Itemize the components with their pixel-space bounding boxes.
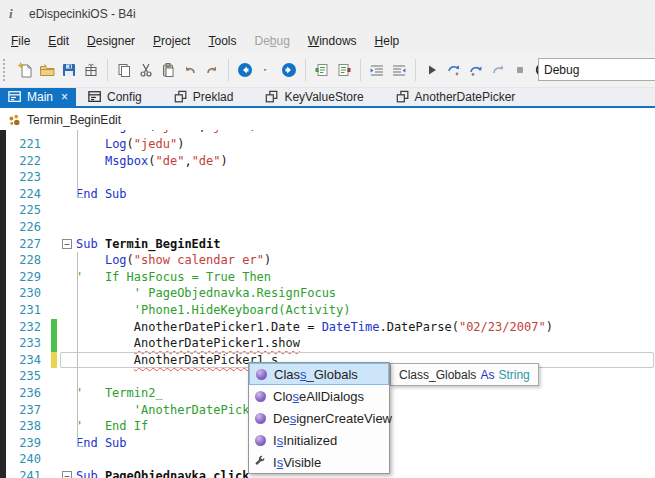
autocomplete-item-class_globals[interactable]: Class_Globals	[249, 363, 389, 385]
comment-button[interactable]	[311, 59, 333, 81]
indent-button[interactable]	[366, 59, 388, 81]
step-over-button[interactable]	[465, 59, 487, 81]
autocomplete-item-closealldialogs[interactable]: CloseAllDialogs	[249, 385, 389, 407]
run-button[interactable]	[421, 59, 443, 81]
cut-button[interactable]	[135, 59, 157, 81]
code-line[interactable]: 227−Sub Termin_BeginEdit	[6, 236, 655, 253]
code-text: Msgbox("de","de")	[76, 153, 655, 170]
code-line[interactable]: 228 Log("show calendar er")	[6, 252, 655, 269]
autocomplete-label: DesignerCreateView	[273, 411, 392, 426]
code-line[interactable]: 224End Sub	[6, 186, 655, 203]
code-token	[98, 469, 105, 478]
line-number: 233	[6, 335, 50, 352]
line-number: 222	[6, 153, 50, 170]
code-line[interactable]: 222 Msgbox("de","de")	[6, 153, 655, 170]
toolbar-group	[232, 59, 302, 81]
menu-designer[interactable]: Designer	[78, 30, 144, 52]
code-line[interactable]: 231 'Phone1.HideKeyboard(Activity)	[6, 302, 655, 319]
code-token: "show calendar er"	[134, 253, 264, 267]
code-text: AnotherDatePicker1.Date = DateTime.DateP…	[76, 319, 655, 336]
code-line[interactable]: 229' If HasFocus = True Then	[6, 269, 655, 286]
code-line[interactable]: 226	[6, 219, 655, 236]
code-token: (	[148, 130, 155, 133]
code-text: ' PageObjednavka.ResignFocus	[76, 285, 655, 302]
new-project-button[interactable]	[14, 59, 36, 81]
nav-back-menu-button[interactable]	[256, 59, 278, 81]
tab-preklad[interactable]: Preklad	[166, 88, 242, 106]
outdent-button[interactable]	[388, 59, 410, 81]
export-zip-button[interactable]	[80, 59, 102, 81]
menu-windows[interactable]: Windows	[299, 30, 366, 52]
autocomplete-item-isinitialized[interactable]: IsInitialized	[249, 429, 389, 451]
code-token: )	[177, 137, 184, 151]
code-line[interactable]: 232 AnotherDatePicker1.Date = DateTime.D…	[6, 319, 655, 336]
fold-column	[60, 153, 76, 170]
step-into-button[interactable]	[443, 59, 465, 81]
nav-back-icon	[237, 62, 253, 78]
undo-button[interactable]	[179, 59, 201, 81]
code-token: ' Termin2_	[76, 386, 163, 400]
paste-button[interactable]	[157, 59, 179, 81]
code-line[interactable]: 233 AnotherDatePicker1.show	[6, 335, 655, 352]
change-bar-column	[50, 252, 60, 269]
menu-help[interactable]: Help	[366, 30, 409, 52]
change-bar-column	[50, 153, 60, 170]
build-configuration-select[interactable]: Debug	[538, 58, 655, 81]
stop-button[interactable]	[509, 59, 531, 81]
code-token: DateTime	[322, 320, 380, 334]
redo-button[interactable]	[201, 59, 223, 81]
uncomment-button[interactable]	[333, 59, 355, 81]
code-token: 'Phone1.HideKeyboard(Activity)	[76, 303, 351, 317]
nav-back-button[interactable]	[234, 59, 256, 81]
fold-column	[60, 352, 76, 369]
new-file-icon	[17, 62, 33, 78]
method-icon	[253, 389, 267, 403]
code-line[interactable]: 230 ' PageObjednavka.ResignFocus	[6, 285, 655, 302]
autocomplete-label: IsInitialized	[273, 433, 337, 448]
copy-button[interactable]	[113, 59, 135, 81]
nav-forward-button[interactable]	[278, 59, 300, 81]
menu-file[interactable]: File	[2, 30, 39, 52]
code-token: (	[127, 253, 134, 267]
tab-main[interactable]: Main×	[0, 88, 76, 106]
code-text	[76, 202, 655, 219]
fold-column	[60, 435, 76, 452]
code-line[interactable]: 223	[6, 169, 655, 186]
open-project-button[interactable]	[36, 59, 58, 81]
code-token: )	[264, 253, 271, 267]
form-icon	[88, 90, 102, 104]
autocomplete-popup: Class_GlobalsCloseAllDialogsDesignerCrea…	[248, 362, 390, 474]
collapse-icon[interactable]: −	[62, 471, 72, 478]
menu-tools[interactable]: Tools	[199, 30, 245, 52]
tab-config[interactable]: Config	[80, 88, 150, 106]
uncomment-icon	[336, 62, 352, 78]
autocomplete-item-designercreateview[interactable]: DesignerCreateView	[249, 407, 389, 429]
tab-label: Main	[27, 90, 53, 104]
code-token: Sub	[76, 469, 98, 478]
autocomplete-item-isvisible[interactable]: IsVisible	[249, 451, 389, 473]
toolbar-grip[interactable]	[3, 59, 9, 81]
code-line[interactable]: 225	[6, 202, 655, 219]
code-line[interactable]: 221 Log("jedu")	[6, 136, 655, 153]
code-token: "jedu"	[134, 137, 177, 151]
change-bar-column	[50, 136, 60, 153]
code-text: Log("show calendar er")	[76, 252, 655, 269]
tab-keyvaluestore[interactable]: KeyValueStore	[257, 88, 371, 106]
indent-icon	[369, 62, 385, 78]
step-out-button[interactable]	[487, 59, 509, 81]
code-token: ,	[184, 154, 191, 168]
code-token: "de"	[156, 154, 185, 168]
save-button[interactable]	[58, 59, 80, 81]
tab-anotherdatepicker[interactable]: AnotherDatePicker	[388, 88, 524, 106]
collapse-icon[interactable]: −	[62, 239, 72, 249]
close-tab-icon[interactable]: ×	[61, 91, 68, 103]
code-token: ' PageObjednavka.ResignFocus	[76, 286, 336, 300]
change-bar-column	[50, 186, 60, 203]
line-number: 225	[6, 202, 50, 219]
fold-column	[60, 385, 76, 402]
menu-project[interactable]: Project	[144, 30, 199, 52]
menu-edit[interactable]: Edit	[39, 30, 78, 52]
breadcrumb[interactable]: Termin_BeginEdit	[0, 110, 655, 130]
code-token: Msgbox	[105, 130, 148, 133]
code-token: AnotherDatePicker1.Date =	[76, 320, 322, 334]
